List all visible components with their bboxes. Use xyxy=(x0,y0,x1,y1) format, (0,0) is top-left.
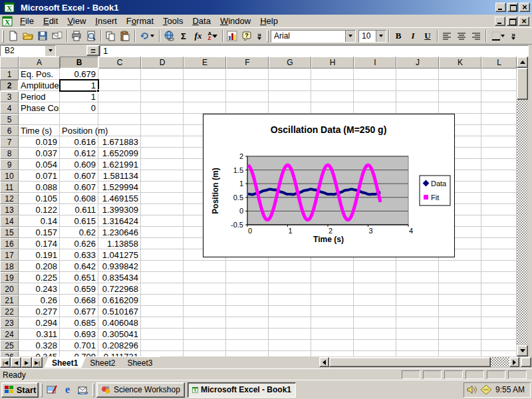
cell-i22[interactable] xyxy=(354,306,396,317)
cell-c21[interactable]: 0.616209 xyxy=(98,295,141,306)
cell-e4[interactable] xyxy=(184,102,226,114)
cell-i26[interactable] xyxy=(354,351,396,356)
outlook-express-button[interactable] xyxy=(75,382,90,397)
italic-button[interactable]: I xyxy=(406,29,420,43)
row-header-9[interactable]: 9 xyxy=(0,159,19,170)
column-header-b[interactable]: B xyxy=(60,57,98,68)
print-button[interactable] xyxy=(69,29,84,43)
row-header-25[interactable]: 25 xyxy=(0,340,19,351)
cell-d12[interactable] xyxy=(141,193,184,204)
insert-hyperlink-button[interactable] xyxy=(162,29,176,43)
minimize-button[interactable] xyxy=(495,3,506,12)
cell-c2[interactable] xyxy=(98,80,141,91)
scroll-left-button[interactable] xyxy=(319,357,329,367)
cell-d17[interactable] xyxy=(141,249,184,261)
cell-a20[interactable]: 0.243 xyxy=(19,283,60,295)
cell-f22[interactable] xyxy=(226,306,269,317)
cell-f20[interactable] xyxy=(226,283,269,295)
borders-dropdown-arrow[interactable] xyxy=(501,35,505,37)
cell-a21[interactable]: 0.26 xyxy=(19,295,60,306)
cell-e26[interactable] xyxy=(184,351,226,356)
cell-d10[interactable] xyxy=(141,170,184,182)
row-header-26[interactable]: 26 xyxy=(0,351,19,356)
cell-g21[interactable] xyxy=(269,295,311,306)
cell-j20[interactable] xyxy=(396,283,439,295)
cell-h18[interactable] xyxy=(311,261,354,272)
column-header-j[interactable]: J xyxy=(396,57,439,68)
cell-c12[interactable]: 1.469155 xyxy=(98,193,141,204)
cell-l5[interactable] xyxy=(481,114,517,125)
menu-window[interactable]: Window xyxy=(215,15,255,27)
copy-button[interactable] xyxy=(103,29,118,43)
cell-k22[interactable] xyxy=(439,306,481,317)
cell-b10[interactable]: 0.607 xyxy=(60,170,98,182)
cell-l6[interactable] xyxy=(481,125,517,136)
formatting-more-chevron[interactable]: » xyxy=(508,29,519,43)
cell-l15[interactable] xyxy=(481,227,517,238)
column-header-h[interactable]: H xyxy=(311,57,354,68)
name-box-dropdown[interactable] xyxy=(45,46,55,56)
menu-insert[interactable]: Insert xyxy=(90,15,122,27)
first-sheet-button[interactable]: |◀ xyxy=(0,357,11,368)
cell-a3[interactable]: Period xyxy=(19,91,60,102)
cell-l1[interactable] xyxy=(481,68,517,80)
cell-l8[interactable] xyxy=(481,148,517,159)
cell-l2[interactable] xyxy=(481,80,517,91)
cell-d16[interactable] xyxy=(141,238,184,249)
oscillation-chart[interactable]: 21.510.50-0.501234Oscillation Data (M=25… xyxy=(203,114,455,257)
paste-button[interactable] xyxy=(118,29,132,43)
cell-c22[interactable]: 0.510167 xyxy=(98,306,141,317)
cell-j23[interactable] xyxy=(396,317,439,329)
cell-c25[interactable]: 0.208296 xyxy=(98,340,141,351)
undo-dropdown-arrow[interactable] xyxy=(150,35,154,37)
cell-l16[interactable] xyxy=(481,238,517,249)
formatting-toolbar-grip[interactable] xyxy=(267,30,269,43)
cell-a15[interactable]: 0.157 xyxy=(19,227,60,238)
cell-k25[interactable] xyxy=(439,340,481,351)
cell-b20[interactable]: 0.659 xyxy=(60,283,98,295)
cell-c13[interactable]: 1.399309 xyxy=(98,204,141,215)
cell-f23[interactable] xyxy=(226,317,269,329)
row-header-14[interactable]: 14 xyxy=(0,215,19,227)
cell-j3[interactable] xyxy=(396,91,439,102)
quicklaunch-grip[interactable] xyxy=(41,383,43,397)
cell-e23[interactable] xyxy=(184,317,226,329)
cell-a4[interactable]: Phase Cor xyxy=(19,102,60,114)
cell-a17[interactable]: 0.191 xyxy=(19,249,60,261)
cell-k21[interactable] xyxy=(439,295,481,306)
column-header-c[interactable]: C xyxy=(98,57,141,68)
cell-j4[interactable] xyxy=(396,102,439,114)
cell-l7[interactable] xyxy=(481,136,517,148)
cell-l22[interactable] xyxy=(481,306,517,317)
menu-edit[interactable]: Edit xyxy=(39,15,63,27)
tab-sheet3[interactable]: Sheet3 xyxy=(119,356,160,368)
cell-h19[interactable] xyxy=(311,272,354,283)
cell-a14[interactable]: 0.14 xyxy=(19,215,60,227)
cell-c23[interactable]: 0.406048 xyxy=(98,317,141,329)
row-header-17[interactable]: 17 xyxy=(0,249,19,261)
cell-a25[interactable]: 0.328 xyxy=(19,340,60,351)
cell-h22[interactable] xyxy=(311,306,354,317)
cell-g3[interactable] xyxy=(269,91,311,102)
column-header-f[interactable]: F xyxy=(226,57,269,68)
row-header-18[interactable]: 18 xyxy=(0,261,19,272)
cell-b26[interactable]: 0.709 xyxy=(60,351,98,356)
cell-k23[interactable] xyxy=(439,317,481,329)
cell-c17[interactable]: 1.041275 xyxy=(98,249,141,261)
cell-a5[interactable] xyxy=(19,114,60,125)
cell-l11[interactable] xyxy=(481,182,517,193)
column-header-e[interactable]: E xyxy=(184,57,226,68)
cell-e3[interactable] xyxy=(184,91,226,102)
cell-b6[interactable]: Position (m) xyxy=(60,125,98,136)
row-header-5[interactable]: 5 xyxy=(0,114,19,125)
cell-k18[interactable] xyxy=(439,261,481,272)
cell-g24[interactable] xyxy=(269,329,311,340)
cell-d14[interactable] xyxy=(141,215,184,227)
cell-l10[interactable] xyxy=(481,170,517,182)
row-header-24[interactable]: 24 xyxy=(0,329,19,340)
cell-i20[interactable] xyxy=(354,283,396,295)
column-header-l[interactable]: L xyxy=(481,57,517,68)
cell-d6[interactable] xyxy=(141,125,184,136)
cell-h4[interactable] xyxy=(311,102,354,114)
menu-file[interactable]: File xyxy=(15,15,39,27)
